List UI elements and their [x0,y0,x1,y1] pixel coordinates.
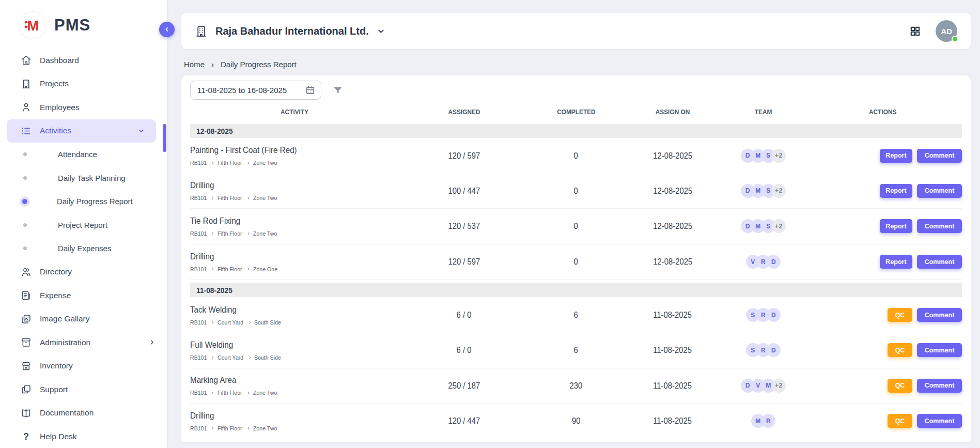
company-selector[interactable]: Raja Bahadur International Ltd. [195,25,385,38]
sidebar-item-documentation[interactable]: Documentation [0,401,167,425]
sidebar-item-daily-progress-report[interactable]: Daily Progress Report [0,190,167,213]
team-avatars: S R D [723,343,804,357]
sidebar-item-daily-task-planning[interactable]: Daily Task Planning [0,166,167,190]
activity-path: RB101› Fifth Floor› Zone Two [190,230,398,237]
comment-button[interactable]: Comment [917,308,962,322]
team-extra-count[interactable]: +2 [772,379,786,393]
comment-button[interactable]: Comment [917,149,962,163]
table-row: Marking Area RB101› Fifth Floor› Zone Tw… [190,368,962,404]
group-date: 11-08-2025 [196,286,232,295]
activity-path: RB101› Fifth Floor› Zone Two [190,390,398,396]
qc-button[interactable]: QC [888,379,912,393]
assigned-value: 100 / 447 [448,186,480,196]
people-icon [21,267,32,277]
assign-on-date: 11-08-2025 [653,345,692,355]
assigned-value: 6 / 0 [457,310,472,320]
team-extra-count[interactable]: +2 [772,149,786,163]
team-member-avatar: D [767,343,781,357]
assigned-value: 120 / 447 [448,416,480,426]
person-icon [21,102,32,113]
report-button[interactable]: Report [880,184,912,198]
sidebar-item-support[interactable]: Support [0,378,167,401]
assign-on-date: 12-08-2025 [653,221,692,231]
sidebar-subitem-label: Project Report [58,221,107,229]
activity-name: Full Welding [190,340,233,350]
comment-button[interactable]: Comment [917,414,962,428]
report-button[interactable]: Report [880,149,912,163]
comment-button[interactable]: Comment [917,219,962,233]
comment-button[interactable]: Comment [917,184,962,198]
activity-path: RB101› Fifth Floor› Zone Two [190,195,398,201]
activity-name: Drilling [190,411,214,421]
sidebar-item-project-report[interactable]: Project Report [0,213,167,237]
home-icon [21,55,32,66]
sidebar-item-activities[interactable]: Activities [7,119,156,143]
layers-icon [21,384,32,395]
qc-button[interactable]: QC [888,308,912,322]
sidebar-item-dashboard[interactable]: Dashboard [0,49,167,72]
activity-name: Drilling [190,180,214,190]
sidebar-item-label: Support [40,385,68,394]
online-status-dot [952,36,958,42]
assigned-value: 6 / 0 [457,345,472,355]
sidebar-item-inventory[interactable]: Inventory [0,354,167,378]
team-member-avatar: D [767,308,781,322]
team-avatars: D M S +2 [723,219,804,233]
sidebar-item-label: Employees [40,103,80,112]
completed-value: 6 [574,310,578,320]
app-title: PMS [54,16,90,35]
assign-on-date: 12-08-2025 [653,186,692,196]
completed-value: 230 [570,381,583,391]
sidebar-item-label: Activities [40,126,71,135]
sidebar-item-daily-expenses[interactable]: Daily Expenses [0,237,167,260]
sidebar-item-expense[interactable]: Expense [0,284,167,307]
activity-path: RB101› Fifth Floor› Zone One [190,266,398,272]
team-avatars: D M S +2 [723,184,804,198]
sidebar-item-administration[interactable]: Administration [0,331,167,354]
comment-button[interactable]: Comment [917,255,962,269]
sidebar-item-label: Expense [40,291,71,300]
chevron-down-icon [138,128,145,134]
sidebar-item-label: Projects [40,79,69,88]
team-extra-count[interactable]: +2 [772,219,786,233]
activity-name: Marking Area [190,375,236,385]
date-range-input[interactable]: 11-08-2025 to 16-08-2025 [190,81,321,100]
table-header-row: ACTIVITY ASSIGNED COMPLETED ASSIGN ON TE… [190,103,962,120]
sidebar-item-label: Inventory [40,361,73,370]
table-row: Full Welding RB101› Court Yard› South Si… [190,333,962,368]
comment-button[interactable]: Comment [917,343,962,357]
completed-value: 6 [574,345,578,355]
breadcrumb-home[interactable]: Home [184,60,205,69]
sidebar-item-image-gallary[interactable]: Image Gallary [0,307,167,331]
report-button[interactable]: Report [880,219,912,233]
office-building-icon [195,25,208,38]
team-extra-count[interactable]: +2 [772,184,786,198]
top-header: Raja Bahadur International Ltd. AD [181,13,971,49]
sidebar-item-help-desk[interactable]: ? Help Desk [0,425,167,448]
question-icon: ? [21,431,32,442]
sidebar-subitem-label: Daily Progress Report [57,197,133,206]
team-avatars: D M S +2 [723,149,804,163]
sidebar-item-projects[interactable]: Projects [0,72,167,96]
chevron-right-icon: › [211,60,214,69]
avatar-initials: AD [941,27,952,36]
sidebar-item-label: Documentation [40,408,94,418]
bullet-icon [22,199,27,204]
comment-button[interactable]: Comment [917,379,962,393]
qc-button[interactable]: QC [888,343,912,357]
col-team: TEAM [754,108,772,116]
user-avatar[interactable]: AD [936,20,957,42]
filter-funnel-icon[interactable] [333,85,343,96]
apps-grid-icon[interactable] [909,25,921,37]
qc-button[interactable]: QC [888,414,912,428]
sidebar-nav: Dashboard Projects Employees Activities … [0,44,167,448]
sidebar-item-directory[interactable]: Directory [0,260,167,284]
assigned-value: 120 / 597 [448,151,480,161]
sidebar-item-employees[interactable]: Employees [0,96,167,119]
sidebar-item-label: Dashboard [40,56,79,65]
sidebar-item-attendance[interactable]: Attendance [0,143,167,166]
bullet-icon [23,176,27,180]
sidebar-collapse-button[interactable] [159,22,175,37]
completed-value: 0 [574,257,578,267]
report-button[interactable]: Report [880,255,912,269]
